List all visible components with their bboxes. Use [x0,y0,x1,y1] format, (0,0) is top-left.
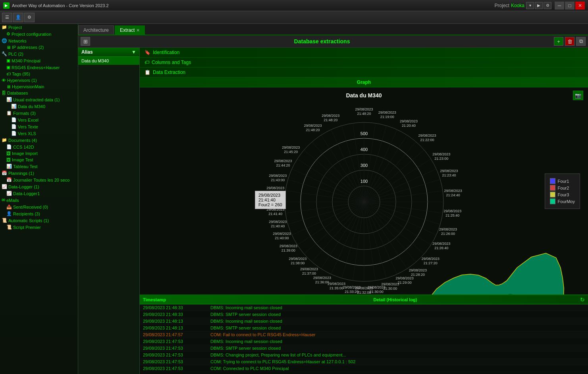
svg-text:29/08/2023: 29/08/2023 [269,173,287,177]
svg-line-15 [364,190,443,202]
svg-text:29/08/2023: 29/08/2023 [274,159,292,163]
columns-tags-section[interactable]: 🏷 Columns and Tags [140,58,588,68]
sidebar-item-sent-received[interactable]: 📤Sent/Received (0) [0,203,78,210]
sidebar-item-rsg45[interactable]: ▣RSG45 Endress+Hauser [0,64,78,71]
svg-text:21:35:00: 21:35:00 [329,286,343,290]
svg-text:21:28:20: 21:28:20 [411,272,424,276]
sidebar-item-project[interactable]: 📁Project [0,24,78,31]
page-toolbar: ⊞ Database extractions + 🗑 ⧉ [78,35,588,48]
svg-text:21:41:40: 21:41:40 [268,212,282,216]
svg-text:29/08/2023: 29/08/2023 [322,114,339,118]
project-label: Project [495,3,509,8]
sidebar-item-image-import[interactable]: 🖼Image Import [0,150,78,157]
svg-text:21:38:00: 21:38:00 [291,261,305,265]
main-area: 📁Project⚙Project configuration🌐Networks🖥… [0,24,588,374]
sidebar-item-vers-excel[interactable]: 📄Vers Excel [0,116,78,123]
log-entry: 29/08/2023 21:48:13DBMS: Incoming mail s… [140,318,588,325]
svg-text:21:26:40: 21:26:40 [434,246,448,250]
copy-btn[interactable]: ⧉ [576,37,586,46]
svg-line-45 [321,135,364,202]
svg-marker-49 [426,253,564,295]
sidebar-item-project-config[interactable]: ⚙Project configuration [0,31,78,37]
sidebar-item-datalogger[interactable]: 📈Data-Logger (1) [0,183,78,190]
settings-btn[interactable]: ⚙ [24,13,35,22]
tab-extract[interactable]: Extract ✕ [115,25,145,35]
data-extraction-section[interactable]: 📋 Data Extraction [140,68,588,78]
sidebar-item-image-test[interactable]: 🖼Image Test [0,157,78,163]
svg-text:29/08/2023: 29/08/2023 [273,231,291,235]
sidebar-item-plannings[interactable]: 📅Plannings (1) [0,170,78,176]
svg-text:21:24:40: 21:24:40 [446,193,460,197]
grid-view-btn[interactable]: ⊞ [81,37,90,46]
project-config-btn[interactable]: ⚙ [544,2,551,9]
graph-section-label: Graph [357,79,371,85]
sidebar-item-databases[interactable]: 🗄Databases [0,90,78,96]
project-buttons: ▾ ▶ ⚙ [526,2,551,9]
sidebar-item-tableau-test[interactable]: 📊Tableau Test [0,163,78,170]
sidebar-item-emails[interactable]: ✉eMails [0,197,78,203]
app-title: Another Way of Automation - Core Version… [12,3,495,8]
content-area: Architecture Extract ✕ ⊞ Database extrac… [78,24,588,374]
svg-line-26 [364,202,375,281]
project-play-btn[interactable]: ▶ [535,2,543,9]
global-toolbar: ☰ 👤 ⚙ [0,11,588,24]
split-pane: Alias ▼ Data du M340 🔖 Identification 🏷 … [78,48,588,374]
maximize-button[interactable]: □ [565,2,575,10]
log-refresh-btn[interactable]: ↻ [580,296,585,303]
sidebar-item-journalier[interactable]: 📅Journalier Toutes les 20 seco [0,176,78,183]
sidebar-item-m340[interactable]: ▣M340 Principal [0,57,78,64]
alias-item-data-m340[interactable]: Data du M340 [78,57,139,65]
titlebar: ▶ Another Way of Automation - Core Versi… [0,0,588,11]
sidebar-item-data-m340[interactable]: 📊Data du M340 [0,103,78,110]
sidebar-item-vers-xls[interactable]: 📄Vers XLS [0,130,78,137]
menu-btn[interactable]: ☰ [2,13,12,22]
tab-architecture[interactable]: Architecture [78,25,114,35]
close-button[interactable]: ✕ [575,2,585,10]
identification-section[interactable]: 🔖 Identification [140,48,588,58]
delete-btn[interactable]: 🗑 [565,37,575,46]
sidebar-item-auto-scripts[interactable]: 📜Automatic Scripts (1) [0,217,78,224]
minimize-button[interactable]: ─ [555,2,564,10]
svg-text:29/08/2023: 29/08/2023 [395,276,413,280]
sidebar-item-tags[interactable]: 🏷Tags (95) [0,71,78,77]
legend-four2: Four2 [550,185,575,190]
add-btn[interactable]: + [554,37,563,46]
svg-text:29/08/2023: 29/08/2023 [304,123,322,127]
label-100: 100 [360,179,367,184]
alias-item-label: Data du M340 [81,58,109,63]
svg-text:29/08/2023: 29/08/2023 [343,285,361,289]
page-title: Database extractions [92,38,552,45]
svg-text:29/08/2023: 29/08/2023 [444,189,462,193]
sidebar-item-vers-texte[interactable]: 📄Vers Texte [0,123,78,130]
tab-extract-close[interactable]: ✕ [136,28,140,33]
svg-line-18 [364,202,440,224]
svg-line-44 [312,141,364,202]
sidebar-item-ccs142d[interactable]: 📄CCS 142D [0,143,78,150]
sidebar-item-usual-extracted[interactable]: 📊Usual extracted data (1) [0,96,78,103]
camera-btn[interactable]: 📷 [573,91,583,100]
sidebar-item-hypervisionmain[interactable]: 🖥HypervisionMain [0,83,78,90]
svg-text:29/08/2023: 29/08/2023 [300,267,318,271]
project-dropdown-btn[interactable]: ▾ [526,2,534,9]
sidebar-item-script-premier[interactable]: 📜Script Premier [0,224,78,231]
tab-bar: Architecture Extract ✕ [78,24,588,35]
svg-line-22 [364,202,416,262]
svg-text:21:40:00: 21:40:00 [275,236,289,240]
log-timestamp-col: Timestamp [143,297,210,302]
sidebar-item-documents[interactable]: 📁Documents (4) [0,137,78,143]
user-btn[interactable]: 👤 [13,13,23,22]
sidebar-item-plc[interactable]: 🔧PLC (2) [0,50,78,57]
svg-text:21:23:00: 21:23:00 [434,156,448,160]
sidebar-item-hypervisors[interactable]: 👁Hypervisors (1) [0,77,78,83]
svg-line-40 [288,179,364,202]
svg-text:21:48:20: 21:48:20 [306,128,320,132]
svg-text:29/08/2023: 29/08/2023 [279,244,297,248]
sidebar-item-formats[interactable]: 📋Formats (3) [0,110,78,116]
sidebar-item-networks[interactable]: 🌐Networks [0,37,78,44]
svg-line-33 [304,202,364,254]
window-buttons: ─ □ ✕ [555,2,585,10]
sidebar-item-ip-addresses[interactable]: 🖥IP addresses (2) [0,44,78,50]
sidebar-item-datalogger1[interactable]: 📈Data-Logger1 [0,190,78,197]
identification-label: Identification [153,50,179,55]
sidebar-item-recipients[interactable]: 👤Recipients (3) [0,210,78,217]
